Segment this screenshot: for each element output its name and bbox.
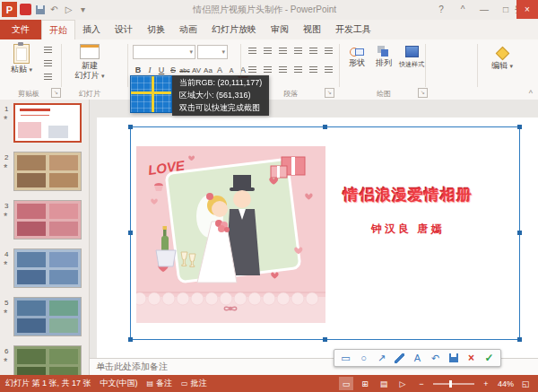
- language-status[interactable]: 中文(中国): [100, 378, 138, 389]
- tab-审阅[interactable]: 审阅: [264, 20, 296, 39]
- paragraph-tool[interactable]: [261, 45, 274, 57]
- slide-thumbnail[interactable]: 6*: [0, 345, 89, 375]
- slide-sorter-view-button[interactable]: ⊞: [358, 377, 372, 390]
- slide-thumbnail[interactable]: 5*: [0, 297, 89, 342]
- animation-star-icon: *: [4, 308, 7, 318]
- undo-icon[interactable]: ↶: [48, 3, 60, 16]
- tab-视图[interactable]: 视图: [296, 20, 328, 39]
- zoom-level[interactable]: 44%: [498, 379, 514, 388]
- tab-切换[interactable]: 切换: [140, 20, 172, 39]
- powerpoint-app-icon[interactable]: P: [2, 2, 17, 17]
- clipboard-dialog-launcher[interactable]: ↘: [51, 88, 61, 98]
- list-lines-icon: [279, 48, 287, 55]
- resize-handle[interactable]: [323, 125, 327, 129]
- underline-button[interactable]: U: [156, 64, 167, 76]
- resize-handle[interactable]: [517, 231, 522, 235]
- collapse-ribbon-icon[interactable]: ^: [529, 89, 533, 98]
- drawing-dialog-launcher[interactable]: ↘: [418, 88, 428, 98]
- animation-star-icon: *: [4, 114, 7, 125]
- paragraph-tool[interactable]: [246, 64, 259, 76]
- resize-handle[interactable]: [517, 337, 522, 342]
- paragraph-tool[interactable]: [246, 45, 259, 57]
- slide-thumbnail[interactable]: 4*: [0, 248, 89, 293]
- shrink-font-button[interactable]: A: [226, 64, 237, 76]
- clipboard-group-label: 剪贴板: [5, 89, 52, 99]
- cancel-tool[interactable]: ×: [463, 351, 480, 365]
- save-tool[interactable]: [445, 351, 462, 365]
- capture-region[interactable]: [130, 126, 520, 340]
- text-tool[interactable]: A: [409, 351, 426, 365]
- paragraph-tool[interactable]: [291, 64, 305, 76]
- clear-format-button[interactable]: abc: [179, 64, 190, 76]
- paragraph-dialog-launcher[interactable]: ↘: [325, 88, 334, 98]
- arrow-tool[interactable]: ↗: [373, 351, 390, 365]
- cut-button[interactable]: [41, 44, 54, 56]
- paragraph-tool[interactable]: [276, 45, 290, 57]
- reading-view-button[interactable]: ▤: [377, 377, 391, 390]
- tab-设计[interactable]: 设计: [108, 20, 140, 39]
- quick-styles-button[interactable]: 快速样式: [398, 42, 425, 88]
- change-case-button[interactable]: Aa: [203, 64, 213, 76]
- copy-button[interactable]: [41, 57, 54, 69]
- ellipse-tool[interactable]: ○: [355, 351, 372, 365]
- paragraph-tool[interactable]: [322, 45, 335, 57]
- bold-button[interactable]: B: [133, 64, 143, 76]
- close-button[interactable]: ×: [516, 0, 538, 19]
- slide-thumbnail[interactable]: 2*: [0, 152, 89, 196]
- resize-handle[interactable]: [128, 231, 133, 235]
- strike-button[interactable]: S: [168, 64, 178, 76]
- ribbon-display-button[interactable]: ^: [452, 0, 473, 19]
- tab-file[interactable]: 文件: [0, 20, 41, 39]
- zoom-slider-knob[interactable]: [449, 380, 452, 388]
- restore-button[interactable]: □: [495, 0, 516, 19]
- arrange-button[interactable]: 排列: [371, 42, 396, 88]
- resize-handle[interactable]: [517, 125, 522, 129]
- resize-handle[interactable]: [128, 337, 133, 342]
- tab-开始[interactable]: 开始: [41, 20, 75, 39]
- tab-开发工具[interactable]: 开发工具: [328, 20, 378, 39]
- resize-handle[interactable]: [323, 337, 327, 342]
- slide-thumbnail[interactable]: 3*: [0, 200, 89, 245]
- format-painter-button[interactable]: [41, 71, 54, 83]
- normal-view-button[interactable]: ▭: [339, 377, 353, 390]
- comments-toggle[interactable]: ▭ 批注: [181, 378, 207, 389]
- notes-toggle[interactable]: ▤ 备注: [147, 378, 173, 389]
- start-slideshow-icon[interactable]: ▷: [63, 3, 74, 16]
- undo-tool[interactable]: ↶: [427, 351, 444, 365]
- resize-handle[interactable]: [128, 125, 133, 129]
- paragraph-tool[interactable]: [322, 64, 335, 76]
- tab-动画[interactable]: 动画: [172, 20, 204, 39]
- minimize-button[interactable]: —: [473, 0, 495, 19]
- new-slide-button[interactable]: 新建 幻灯片 ▾: [68, 42, 111, 88]
- slide-thumbnail[interactable]: 1*: [0, 103, 89, 148]
- slideshow-view-button[interactable]: ▷: [395, 377, 410, 390]
- confirm-tool[interactable]: ✓: [481, 351, 498, 365]
- paragraph-tool[interactable]: [261, 64, 274, 76]
- pen-tool[interactable]: [391, 351, 408, 365]
- editing-button[interactable]: 编辑 ▾: [482, 45, 522, 84]
- record-icon[interactable]: [20, 4, 31, 15]
- grow-font-button[interactable]: A: [214, 64, 225, 76]
- font-name-combo[interactable]: ▾: [133, 45, 195, 59]
- tab-插入[interactable]: 插入: [75, 20, 108, 39]
- paragraph-tool[interactable]: [276, 64, 290, 76]
- help-button[interactable]: ?: [430, 0, 452, 19]
- qat-customize-icon[interactable]: ▾: [77, 3, 89, 16]
- shapes-button[interactable]: 形状: [344, 42, 369, 88]
- italic-button[interactable]: I: [144, 64, 155, 76]
- paragraph-tool[interactable]: [291, 45, 305, 57]
- rect-tool[interactable]: ▭: [337, 351, 354, 365]
- fit-to-window-button[interactable]: ◱: [518, 377, 533, 390]
- format-painter-icon: [44, 74, 52, 81]
- zoom-out-button[interactable]: −: [414, 377, 429, 390]
- zoom-slider[interactable]: [433, 383, 474, 385]
- paragraph-tool[interactable]: [307, 64, 320, 76]
- char-spacing-button[interactable]: AV: [191, 64, 202, 76]
- font-size-combo[interactable]: ▾: [197, 45, 228, 59]
- paste-button[interactable]: 粘贴 ▾: [4, 42, 39, 88]
- zoom-in-button[interactable]: +: [479, 377, 493, 390]
- save-icon[interactable]: [34, 3, 46, 16]
- tab-幻灯片放映[interactable]: 幻灯片放映: [204, 20, 264, 39]
- paragraph-tool[interactable]: [307, 45, 320, 57]
- new-slide-label-1: 新建: [82, 61, 98, 71]
